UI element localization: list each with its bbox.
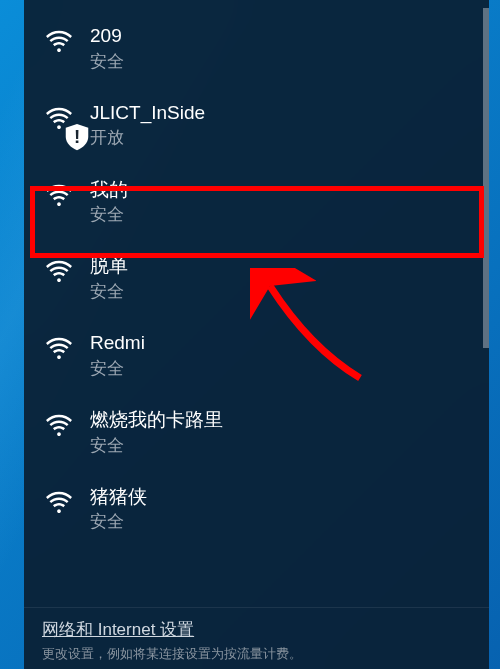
network-security-label: 安全	[90, 281, 128, 303]
network-info: 我的 安全	[90, 178, 128, 227]
network-name: 燃烧我的卡路里	[90, 408, 223, 433]
network-security-label: 安全	[90, 435, 223, 457]
wifi-signal-icon	[44, 27, 74, 57]
network-security-label: 安全	[90, 511, 147, 533]
wifi-network-item[interactable]: 燃烧我的卡路里 安全	[24, 394, 489, 471]
network-name: 209	[90, 24, 124, 49]
network-settings-link[interactable]: 网络和 Internet 设置	[42, 618, 471, 641]
network-info: 猪猪侠 安全	[90, 485, 147, 534]
network-flyout-panel: 209 安全 ! JLICT_InSide 开放 我的 安全	[24, 0, 489, 669]
network-name: 猪猪侠	[90, 485, 147, 510]
wifi-network-item[interactable]: 我的 安全	[24, 164, 489, 241]
network-info: Redmi 安全	[90, 331, 145, 380]
network-security-label: 安全	[90, 51, 124, 73]
network-security-label: 安全	[90, 358, 145, 380]
network-name: 脱单	[90, 254, 128, 279]
wifi-signal-icon	[44, 181, 74, 211]
wifi-signal-icon	[44, 257, 74, 287]
network-info: JLICT_InSide 开放	[90, 101, 205, 150]
wifi-signal-icon	[44, 334, 74, 364]
wifi-signal-icon	[44, 411, 74, 441]
shield-warning-icon: !	[62, 122, 76, 136]
network-name: 我的	[90, 178, 128, 203]
network-info: 209 安全	[90, 24, 124, 73]
wifi-network-item[interactable]: Redmi 安全	[24, 317, 489, 394]
wifi-network-item[interactable]: 脱单 安全	[24, 240, 489, 317]
wifi-signal-open-icon: !	[44, 104, 74, 134]
wifi-signal-icon	[44, 488, 74, 518]
wifi-network-item[interactable]: 209 安全	[24, 10, 489, 87]
flyout-footer: 网络和 Internet 设置 更改设置，例如将某连接设置为按流量计费。	[24, 607, 489, 669]
network-info: 脱单 安全	[90, 254, 128, 303]
wifi-network-item[interactable]: ! JLICT_InSide 开放	[24, 87, 489, 164]
network-security-label: 安全	[90, 204, 128, 226]
network-settings-description: 更改设置，例如将某连接设置为按流量计费。	[42, 645, 471, 663]
network-name: JLICT_InSide	[90, 101, 205, 126]
wifi-network-list[interactable]: 209 安全 ! JLICT_InSide 开放 我的 安全	[24, 0, 489, 607]
network-name: Redmi	[90, 331, 145, 356]
svg-text:!: !	[74, 125, 80, 146]
network-security-label: 开放	[90, 127, 205, 149]
wifi-network-item[interactable]: 猪猪侠 安全	[24, 471, 489, 548]
network-info: 燃烧我的卡路里 安全	[90, 408, 223, 457]
